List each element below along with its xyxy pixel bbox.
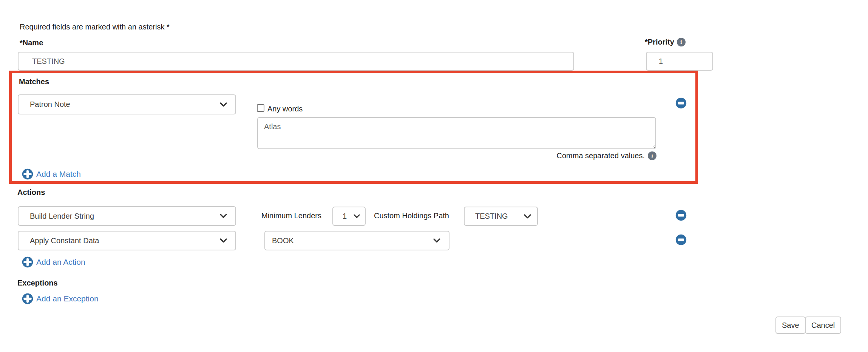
plus-circle-icon	[22, 293, 33, 304]
minus-circle-icon	[675, 234, 687, 245]
remove-action-button-1[interactable]	[675, 210, 687, 221]
action-type-select-1-value: Build Lender String	[30, 212, 220, 221]
action-type-select-2[interactable]: Apply Constant Data	[18, 231, 236, 250]
chevron-down-icon	[354, 214, 360, 218]
chevron-down-icon	[220, 214, 227, 218]
add-action-link[interactable]: Add an Action	[22, 256, 85, 268]
match-values-textarea[interactable]: Atlas	[257, 117, 656, 149]
match-type-select[interactable]: Patron Note	[18, 94, 236, 114]
minus-circle-icon	[675, 97, 687, 109]
comma-separated-text: Comma separated values.	[557, 151, 645, 160]
minimum-lenders-select-value: 1	[343, 212, 354, 221]
cancel-button[interactable]: Cancel	[805, 316, 841, 334]
remove-match-button[interactable]	[675, 97, 687, 109]
priority-input[interactable]	[646, 52, 713, 71]
required-fields-note: Required fields are marked with an aster…	[20, 23, 170, 31]
add-action-link-label: Add an Action	[36, 258, 85, 267]
action-type-select-1[interactable]: Build Lender String	[18, 206, 236, 226]
chevron-down-icon	[220, 238, 227, 243]
add-match-link-label: Add a Match	[36, 170, 81, 179]
plus-circle-icon	[22, 256, 33, 268]
constant-data-select[interactable]: BOOK	[264, 231, 449, 250]
minimum-lenders-label: Minimum Lenders	[261, 212, 321, 220]
chevron-down-icon	[220, 102, 227, 107]
add-exception-link-label: Add an Exception	[36, 294, 99, 303]
plus-circle-icon	[22, 168, 33, 180]
minimum-lenders-select[interactable]: 1	[332, 207, 366, 226]
constant-data-select-value: BOOK	[272, 236, 433, 245]
minus-circle-icon	[675, 210, 687, 221]
any-words-label: Any words	[267, 105, 303, 113]
routing-rule-form: Required fields are marked with an aster…	[0, 0, 868, 352]
actions-section-label: Actions	[17, 188, 45, 197]
priority-label: *Priority	[645, 38, 674, 46]
priority-info-icon[interactable]: i	[677, 38, 686, 46]
custom-holdings-path-label: Custom Holdings Path	[374, 212, 449, 220]
priority-label-row: *Priority i	[645, 38, 686, 46]
custom-holdings-path-select[interactable]: TESTING	[464, 207, 538, 226]
name-label: *Name	[20, 39, 43, 47]
custom-holdings-path-select-value: TESTING	[475, 212, 524, 221]
name-input[interactable]	[18, 52, 574, 71]
comma-separated-info-icon[interactable]: i	[648, 151, 656, 160]
matches-section-label: Matches	[19, 77, 49, 86]
any-words-checkbox[interactable]	[257, 104, 264, 112]
remove-action-button-2[interactable]	[675, 234, 687, 245]
add-match-link[interactable]: Add a Match	[22, 168, 81, 180]
chevron-down-icon	[524, 214, 531, 219]
chevron-down-icon	[433, 238, 440, 243]
save-button[interactable]: Save	[775, 316, 806, 334]
comma-separated-note: Comma separated values. i	[257, 151, 656, 160]
add-exception-link[interactable]: Add an Exception	[22, 293, 99, 304]
match-type-select-value: Patron Note	[30, 100, 220, 109]
exceptions-section-label: Exceptions	[17, 279, 58, 287]
action-type-select-2-value: Apply Constant Data	[30, 236, 220, 245]
